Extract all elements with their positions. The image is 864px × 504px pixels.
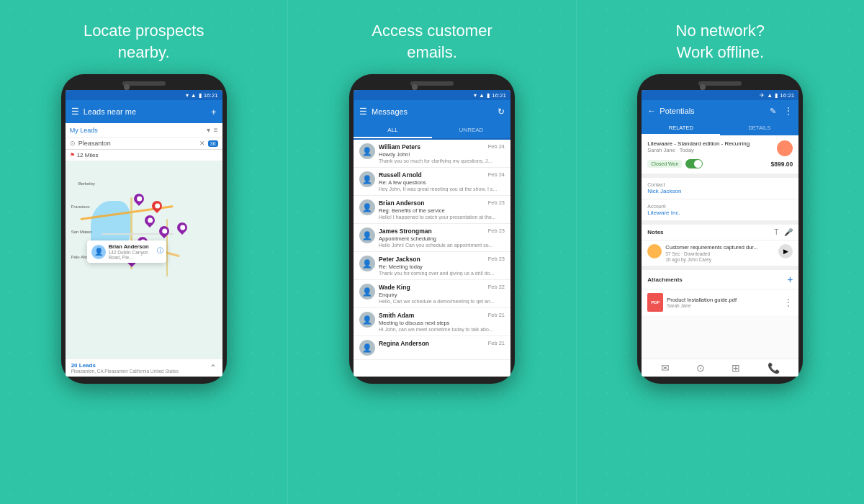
msg-item-2[interactable]: 👤 Brian Anderson Feb 23 Reg: Benefits of… — [354, 196, 510, 224]
message-tabs: ALL UNREAD — [354, 123, 510, 140]
msg-item-1[interactable]: 👤 Russell Arnold Feb 24 Re: A few questi… — [354, 168, 510, 196]
phone1: ▾ ▲ ▮ 16:21 ☰ Leads near me + My Leads ▾ — [61, 74, 227, 384]
text-icon[interactable]: T — [774, 228, 778, 236]
tab-details[interactable]: DETAILS — [720, 122, 798, 135]
msg-name-0: William Peters — [379, 143, 420, 150]
attachment-more-icon[interactable]: ⋮ — [784, 297, 793, 307]
app-bar-3: ← Potentials ✎ ⋮ — [642, 100, 798, 122]
add-icon-1[interactable]: + — [211, 107, 217, 117]
label-francisco: Francisco — [71, 204, 90, 209]
phone2: ▾ ▲ ▮ 16:21 ☰ Messages ↻ ALL UNREAD — [349, 74, 515, 384]
battery-icon: ▮ — [199, 92, 202, 99]
deal-card: Litewaare - Standard edition - Recurring… — [642, 135, 798, 178]
deal-status-row: Closed Won $899.00 — [647, 159, 793, 168]
msg-item-3[interactable]: 👤 James Strongman Feb 23 Appointment sch… — [354, 224, 510, 252]
msg-content-6: Smith Adam Feb 21 Meeting to discuss nex… — [379, 312, 505, 332]
msg-avatar-5: 👤 — [359, 284, 375, 300]
msg-content-5: Wade King Feb 22 Enquiry Hello, Can we s… — [379, 284, 505, 304]
phone2-screen: ▾ ▲ ▮ 16:21 ☰ Messages ↻ ALL UNREAD — [354, 90, 510, 377]
wifi-icon: ▾ — [186, 92, 189, 99]
msg-item-4[interactable]: 👤 Peter Jackson Feb 23 Re: Meeting today… — [354, 252, 510, 280]
miles-bar: ⚑ 12 Miles — [66, 150, 222, 161]
time-display-2: 16:21 — [492, 92, 506, 99]
app-bar-title-3: Potentials — [660, 107, 766, 115]
msg-date-6: Feb 21 — [488, 312, 505, 319]
label-paloalto: Palo Alto — [71, 255, 89, 259]
app-bar-title-1: Leads near me — [84, 107, 207, 116]
msg-avatar-7: 👤 — [359, 340, 375, 356]
more-icon[interactable]: ⋮ — [784, 106, 793, 116]
toggle-knob — [694, 160, 702, 168]
msg-preview-0: Thank you so much for clarifying my ques… — [379, 158, 505, 163]
msg-subject-2: Reg: Benefits of the service — [379, 207, 505, 214]
play-button[interactable]: ▶ — [778, 244, 793, 258]
notes-title: Notes — [647, 229, 663, 235]
deal-toggle[interactable] — [685, 159, 703, 168]
battery-icon-3: ▮ — [775, 92, 778, 99]
filter-bar[interactable]: My Leads ▾ ≡ — [66, 123, 222, 138]
msg-date-1: Feb 24 — [488, 171, 505, 179]
msg-avatar-2: 👤 — [359, 199, 375, 215]
msg-name-5: Wade King — [379, 284, 410, 291]
attachments-header: Attachments + — [642, 270, 798, 289]
label-berkeley: Berkeley — [78, 181, 95, 186]
msg-item-6[interactable]: 👤 Smith Adam Feb 21 Meeting to discuss n… — [354, 308, 510, 336]
deal-title: Litewaare - Standard edition - Recurring — [647, 140, 750, 147]
chevron-up-icon[interactable]: ⌃ — [210, 363, 217, 373]
msg-date-0: Feb 24 — [488, 143, 505, 150]
msg-avatar-4: 👤 — [359, 256, 375, 271]
app-bar-1: ☰ Leads near me + — [66, 100, 222, 123]
hamburger-icon-2[interactable]: ☰ — [359, 107, 367, 117]
refresh-icon[interactable]: ↻ — [498, 107, 505, 117]
tab-related[interactable]: RELATED — [642, 122, 720, 135]
msg-item-5[interactable]: 👤 Wade King Feb 22 Enquiry Hello, Can we… — [354, 280, 510, 308]
msg-subject-1: Re: A few questions — [379, 179, 505, 186]
account-value[interactable]: Liteware Inc. — [647, 210, 793, 216]
map-bottom-icon[interactable]: ⊞ — [732, 362, 740, 374]
email-bottom-icon[interactable]: ✉ — [661, 362, 670, 374]
panel2-title: Access customer emails. — [372, 20, 492, 63]
msg-avatar-6: 👤 — [359, 312, 375, 328]
msg-avatar-1: 👤 — [359, 171, 375, 187]
msg-content-3: James Strongman Feb 23 Appointment sched… — [379, 228, 505, 248]
edit-icon[interactable]: ✎ — [770, 107, 776, 116]
status-bar-1: ▾ ▲ ▮ 16:21 — [66, 90, 222, 100]
tab-unread[interactable]: UNREAD — [432, 123, 510, 138]
msg-item-7[interactable]: 👤 Regina Anderson Feb 21 — [354, 336, 510, 360]
search-bar: ⊙ Pleasanton ✕ 36 — [66, 138, 222, 150]
msg-preview-4: Thank you for coming over and giving us … — [379, 271, 505, 276]
location-bottom-icon[interactable]: ⊙ — [696, 362, 705, 374]
signal-icon-2: ▲ — [479, 92, 485, 99]
map-footer: 20 Leads Pleasanton, CA Pleasanton Calif… — [66, 359, 222, 377]
phone2-camera — [412, 84, 418, 90]
message-list: 👤 William Peters Feb 24 Howdy John! Than… — [354, 140, 510, 377]
msg-name-3: James Strongman — [379, 228, 432, 235]
info-icon[interactable]: ⓘ — [157, 246, 163, 256]
mic-icon[interactable]: 🎤 — [784, 228, 793, 236]
attachment-item[interactable]: PDF Product Installation guide.pdf Sarah… — [642, 289, 798, 315]
close-icon[interactable]: ✕ — [199, 140, 205, 147]
pdf-icon: PDF — [647, 293, 663, 312]
note-item: Customer requirements captured dur... 37… — [642, 240, 798, 270]
msg-preview-2: Hello! I happened to catch your presenta… — [379, 215, 505, 220]
msg-content-0: William Peters Feb 24 Howdy John! Thank … — [379, 143, 505, 163]
map-popup: 👤 Brian Anderson 142 Dublin Canyon Road,… — [87, 240, 166, 263]
phone-bottom-icon[interactable]: 📞 — [768, 362, 780, 374]
count-badge: 36 — [208, 140, 218, 147]
filter-label: My Leads — [70, 127, 98, 134]
add-attachment-icon[interactable]: + — [787, 274, 793, 285]
status-bar-2: ▾ ▲ ▮ 16:21 — [354, 90, 510, 100]
signal-icon: ▲ — [191, 92, 197, 99]
tab-all[interactable]: ALL — [354, 123, 432, 138]
list-view-icon[interactable]: ≡ — [214, 126, 218, 134]
dropdown-icon[interactable]: ▾ — [207, 126, 210, 134]
msg-item-0[interactable]: 👤 William Peters Feb 24 Howdy John! Than… — [354, 140, 510, 168]
map-area[interactable]: 👤 Brian Anderson 142 Dublin Canyon Road,… — [66, 161, 222, 359]
msg-content-2: Brian Anderson Feb 23 Reg: Benefits of t… — [379, 199, 505, 220]
contact-value[interactable]: Nick Jackson — [647, 188, 793, 194]
status-bar-3: ✈ ▲ ▮ 16:21 — [642, 90, 798, 100]
msg-name-4: Peter Jackson — [379, 256, 420, 263]
back-arrow-icon[interactable]: ← — [647, 106, 656, 116]
hamburger-icon[interactable]: ☰ — [71, 107, 79, 117]
account-label: Account — [647, 204, 793, 209]
